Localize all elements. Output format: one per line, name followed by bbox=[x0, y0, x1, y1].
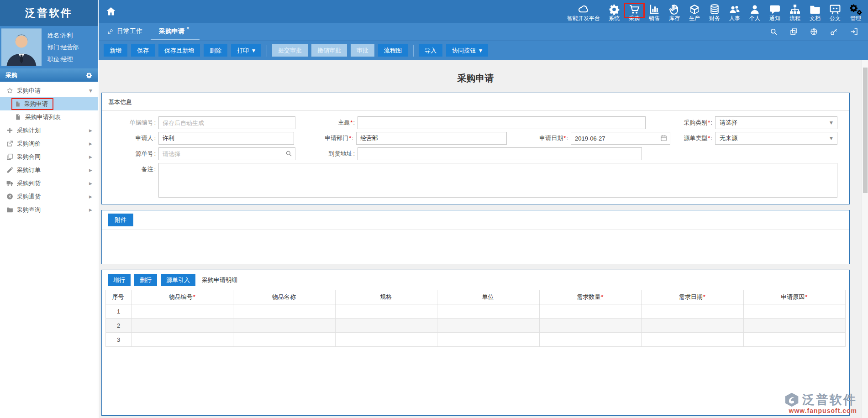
detail-cell[interactable] bbox=[539, 333, 641, 347]
sidebar-item-purchase-contract[interactable]: 采购合同 ▶ bbox=[0, 150, 98, 163]
detail-cell[interactable] bbox=[437, 333, 539, 347]
globe-icon[interactable] bbox=[810, 28, 818, 36]
key-icon[interactable] bbox=[830, 28, 838, 36]
source-no-label: 源单号: bbox=[114, 147, 156, 160]
doc-no-input[interactable] bbox=[158, 116, 295, 129]
close-icon[interactable]: × bbox=[186, 25, 189, 31]
category-select[interactable]: 请选择 ▼ bbox=[715, 116, 837, 129]
detail-cell[interactable] bbox=[539, 304, 641, 319]
remark-textarea[interactable] bbox=[158, 163, 837, 198]
vertical-scrollbar[interactable] bbox=[862, 60, 868, 418]
source-no-input[interactable] bbox=[158, 147, 295, 160]
col-need-date: 需求日期* bbox=[642, 290, 743, 304]
flowchart-button[interactable]: 流程图 bbox=[378, 44, 408, 57]
module-hr[interactable]: 人事 bbox=[725, 2, 745, 23]
sidebar-item-purchase-plan[interactable]: 采购计划 ▶ bbox=[0, 124, 98, 137]
module-workflow[interactable]: 流程 bbox=[785, 2, 805, 23]
module-sales[interactable]: 销售 bbox=[644, 2, 664, 23]
sidebar-item-purchase-inquiry[interactable]: 采购询价 ▶ bbox=[0, 137, 98, 150]
search-icon[interactable] bbox=[285, 150, 292, 157]
detail-cell[interactable] bbox=[642, 304, 743, 319]
detail-cell[interactable] bbox=[335, 319, 437, 333]
sitemap-icon bbox=[789, 4, 801, 15]
save-button[interactable]: 保存 bbox=[131, 44, 155, 57]
request-date-input[interactable] bbox=[571, 132, 670, 145]
detail-cell[interactable] bbox=[335, 304, 437, 319]
delivery-address-input[interactable] bbox=[358, 147, 642, 160]
add-row-button[interactable]: 增行 bbox=[108, 274, 131, 286]
calendar-icon[interactable] bbox=[660, 135, 667, 141]
cloud-dev-icon bbox=[577, 4, 590, 15]
delete-row-button[interactable]: 删行 bbox=[134, 274, 157, 286]
detail-cell[interactable] bbox=[743, 304, 845, 319]
tiles-icon[interactable] bbox=[790, 28, 798, 36]
tab-daily-work[interactable]: 日常工作 bbox=[107, 23, 142, 40]
sidebar-item-purchase-request-list[interactable]: 采购申请列表 bbox=[0, 110, 98, 124]
attachment-button[interactable]: 附件 bbox=[108, 214, 133, 226]
revoke-approval-button[interactable]: 撤销审批 bbox=[311, 44, 347, 57]
tab-purchase-request[interactable]: 采购申请 × bbox=[155, 23, 193, 40]
collab-button[interactable]: 协同按钮▼ bbox=[446, 44, 488, 57]
module-notice[interactable]: 通知 bbox=[765, 2, 785, 23]
add-button[interactable]: 新增 bbox=[104, 44, 127, 57]
gear-icon[interactable] bbox=[86, 72, 92, 78]
applicant-input[interactable] bbox=[158, 132, 294, 145]
detail-cell[interactable] bbox=[743, 333, 845, 347]
sidebar-item-purchase-request[interactable]: 采购申请 bbox=[0, 97, 98, 110]
module-system[interactable]: 系统 bbox=[604, 2, 624, 23]
detail-cell[interactable] bbox=[233, 333, 335, 347]
detail-cell[interactable] bbox=[335, 333, 437, 347]
detail-cell[interactable] bbox=[132, 333, 233, 347]
sidebar-menu: 采购申请 ▼ 采购申请 采购申请列表 采购计划 ▶ 采购询价 bbox=[0, 82, 98, 216]
module-documents[interactable]: 文档 bbox=[805, 2, 825, 23]
col-item-code: 物品编号* bbox=[132, 290, 233, 304]
submit-approval-button[interactable]: 提交审批 bbox=[272, 44, 308, 57]
save-and-add-button[interactable]: 保存且新增 bbox=[158, 44, 200, 57]
module-inventory[interactable]: 库存 bbox=[664, 2, 684, 23]
source-type-select[interactable]: 无来源 ▼ bbox=[715, 132, 837, 145]
user-department: 部门:经营部 bbox=[47, 42, 79, 53]
delete-button[interactable]: 删除 bbox=[204, 44, 227, 57]
detail-cell[interactable] bbox=[743, 319, 845, 333]
sidebar-item-purchase-order[interactable]: 采购订单 ▶ bbox=[0, 163, 98, 177]
row-number: 2 bbox=[106, 319, 132, 333]
home-icon[interactable] bbox=[105, 6, 116, 17]
import-source-button[interactable]: 源单引入 bbox=[161, 274, 195, 286]
scrollbar-thumb[interactable] bbox=[863, 68, 868, 193]
detail-cell[interactable] bbox=[132, 319, 233, 333]
detail-cell[interactable] bbox=[437, 319, 539, 333]
module-official-docs[interactable]: 公文 bbox=[825, 2, 845, 23]
user-group-icon bbox=[729, 4, 741, 15]
basic-info-header: 基本信息 bbox=[102, 93, 849, 111]
import-button[interactable]: 导入 bbox=[419, 44, 442, 57]
print-button[interactable]: 打印▼ bbox=[231, 44, 261, 57]
exit-icon[interactable] bbox=[850, 28, 858, 36]
detail-cell[interactable] bbox=[233, 319, 335, 333]
sidebar-item-purchase-return[interactable]: 采购退货 ▶ bbox=[0, 190, 98, 203]
detail-cell[interactable] bbox=[233, 304, 335, 319]
folder-icon bbox=[809, 4, 821, 15]
search-icon[interactable] bbox=[770, 28, 778, 36]
module-personal[interactable]: 个人 bbox=[745, 2, 765, 23]
module-purchase[interactable]: 采购 bbox=[624, 2, 644, 23]
module-admin[interactable]: 管理 bbox=[845, 2, 866, 23]
source-type-label: 源单类型*: bbox=[670, 132, 712, 145]
sidebar-item-purchase-query[interactable]: 采购查询 ▶ bbox=[0, 203, 98, 216]
sidebar-item-purchase-request-group[interactable]: 采购申请 ▼ bbox=[0, 84, 98, 97]
module-production[interactable]: 生产 bbox=[684, 2, 705, 23]
module-finance[interactable]: 财务 bbox=[705, 2, 725, 23]
x-circle-icon bbox=[6, 193, 13, 200]
approve-button[interactable]: 审批 bbox=[351, 44, 374, 57]
detail-cell[interactable] bbox=[437, 304, 539, 319]
subject-label: 主题*: bbox=[313, 116, 355, 129]
detail-cell[interactable] bbox=[132, 304, 233, 319]
detail-cell[interactable] bbox=[539, 319, 641, 333]
detail-cell[interactable] bbox=[642, 319, 743, 333]
subject-input[interactable] bbox=[358, 116, 646, 129]
department-input[interactable] bbox=[356, 132, 507, 145]
sidebar-item-purchase-arrival[interactable]: 采购到货 ▶ bbox=[0, 177, 98, 190]
module-dev-platform[interactable]: 智能开发平台 bbox=[563, 2, 604, 23]
detail-cell[interactable] bbox=[642, 333, 743, 347]
sidebar-section-header: 采购 bbox=[0, 68, 98, 82]
attachment-drop-area[interactable] bbox=[102, 230, 849, 264]
